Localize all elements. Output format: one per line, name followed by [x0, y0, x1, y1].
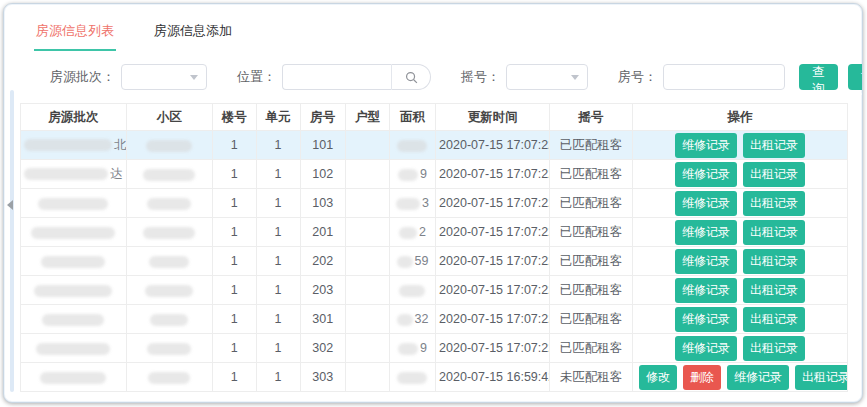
cell-community [126, 363, 212, 392]
redacted-text-fragment: 2 [419, 225, 426, 239]
cell-lottery-status: 已匹配租客 [550, 334, 633, 363]
rent-button[interactable]: 出租记录 [743, 133, 805, 158]
cell-lottery-status: 已匹配租客 [550, 247, 633, 276]
redacted-text [398, 343, 418, 355]
rent-button[interactable]: 出租记录 [743, 220, 805, 245]
cell-room: 201 [300, 218, 345, 247]
tab-house-list[interactable]: 房源信息列表 [34, 18, 116, 51]
panel: 房源信息列表 房源信息添加 房源批次： 位置： [18, 12, 852, 402]
table-row[interactable]: 1110332020-07-15 17:07:22已匹配租客维修记录出租记录 [21, 189, 848, 218]
repair-button[interactable]: 维修记录 [675, 162, 737, 187]
repair-button[interactable]: 维修记录 [675, 249, 737, 274]
cell-batch: 北 [21, 131, 127, 160]
cell-unit: 1 [256, 131, 300, 160]
search-icon [405, 71, 418, 84]
rent-button[interactable]: 出租记录 [743, 278, 805, 303]
redacted-text [399, 285, 425, 297]
redacted-text-fragment: 9 [420, 341, 427, 355]
room-input[interactable] [663, 64, 785, 90]
cell-area: 9 [389, 160, 435, 189]
rent-button[interactable]: 出租记录 [743, 162, 805, 187]
repair-button[interactable]: 维修记录 [675, 307, 737, 332]
repair-button[interactable]: 维修记录 [675, 278, 737, 303]
cell-lottery-status: 已匹配租客 [550, 305, 633, 334]
rent-button[interactable]: 出租记录 [795, 365, 848, 390]
cell-room: 302 [300, 334, 345, 363]
cell-area [389, 363, 435, 392]
redacted-text [396, 198, 420, 210]
cell-building: 1 [212, 218, 256, 247]
table-row[interactable]: 113032020-07-15 16:59:42未匹配租客修改删除维修记录出租记… [21, 363, 848, 392]
location-input[interactable] [282, 64, 391, 90]
cell-actions: 维修记录出租记录 [632, 305, 847, 334]
redacted-text [397, 372, 427, 384]
batch-select[interactable] [121, 64, 207, 90]
redacted-text [146, 140, 192, 152]
repair-button[interactable]: 维修记录 [675, 133, 737, 158]
cell-actions: 维修记录出租记录 [632, 276, 847, 305]
cell-updated-time: 2020-07-15 17:07:22 [436, 160, 550, 189]
import-button[interactable]: 导入 [848, 64, 864, 90]
cell-actions: 维修记录出租记录 [632, 334, 847, 363]
edit-button[interactable]: 修改 [639, 365, 677, 390]
rent-button[interactable]: 出租记录 [743, 249, 805, 274]
repair-button[interactable]: 维修记录 [675, 336, 737, 361]
cell-area [389, 276, 435, 305]
search-button[interactable]: 查询 [799, 64, 838, 90]
cell-actions: 维修记录出租记录 [632, 247, 847, 276]
redacted-text [36, 343, 110, 355]
table-row[interactable]: 11202592020-07-15 17:07:22已匹配租客维修记录出租记录 [21, 247, 848, 276]
cell-layout [345, 160, 389, 189]
column-header: 户型 [345, 104, 389, 131]
cell-community [126, 160, 212, 189]
cell-building: 1 [212, 189, 256, 218]
cell-building: 1 [212, 160, 256, 189]
cell-unit: 1 [256, 276, 300, 305]
cell-batch [21, 276, 127, 305]
cell-unit: 1 [256, 160, 300, 189]
cell-building: 1 [212, 247, 256, 276]
cell-actions: 维修记录出租记录 [632, 131, 847, 160]
table-row[interactable]: 北111012020-07-15 17:07:22已匹配租客维修记录出租记录 [21, 131, 848, 160]
cell-updated-time: 2020-07-15 17:07:22 [436, 218, 550, 247]
cell-community [126, 218, 212, 247]
column-header: 更新时间 [436, 104, 550, 131]
sidebar-collapse-icon[interactable] [7, 200, 13, 210]
table-row[interactable]: 112032020-07-15 17:07:22已匹配租客维修记录出租记录 [21, 276, 848, 305]
redacted-text [397, 256, 413, 268]
redacted-text-fragment: 北 [114, 138, 126, 152]
cell-batch [21, 334, 127, 363]
cell-unit: 1 [256, 334, 300, 363]
delete-button[interactable]: 删除 [683, 365, 721, 390]
table-row[interactable]: 1130292020-07-15 17:07:22已匹配租客维修记录出租记录 [21, 334, 848, 363]
redacted-text [34, 285, 112, 297]
cell-area: 3 [389, 189, 435, 218]
cell-layout [345, 363, 389, 392]
column-header: 房源批次 [21, 104, 127, 131]
table-row[interactable]: 11301322020-07-15 17:07:22已匹配租客维修记录出租记录 [21, 305, 848, 334]
redacted-text [147, 343, 191, 355]
cell-room: 303 [300, 363, 345, 392]
rent-button[interactable]: 出租记录 [743, 191, 805, 216]
location-filter-group: 位置： [237, 64, 431, 90]
repair-button[interactable]: 维修记录 [675, 191, 737, 216]
rent-button[interactable]: 出租记录 [743, 307, 805, 332]
cell-lottery-status: 已匹配租客 [550, 276, 633, 305]
location-input-group [282, 64, 431, 90]
lottery-select[interactable] [506, 64, 588, 90]
table-row[interactable]: 1120122020-07-15 17:07:22已匹配租客维修记录出租记录 [21, 218, 848, 247]
app-window: 房源信息列表 房源信息添加 房源批次： 位置： [3, 3, 863, 403]
redacted-text [143, 169, 195, 181]
redacted-text [41, 256, 105, 268]
cell-area: 32 [389, 305, 435, 334]
tab-house-add[interactable]: 房源信息添加 [152, 18, 234, 51]
location-search-button[interactable] [391, 64, 431, 90]
repair-button[interactable]: 维修记录 [675, 220, 737, 245]
redacted-text [149, 256, 189, 268]
repair-button[interactable]: 维修记录 [727, 365, 789, 390]
rent-button[interactable]: 出租记录 [743, 336, 805, 361]
cell-unit: 1 [256, 305, 300, 334]
cell-lottery-status: 已匹配租客 [550, 131, 633, 160]
column-header: 面积 [389, 104, 435, 131]
table-row[interactable]: 达1110292020-07-15 17:07:22已匹配租客维修记录出租记录 [21, 160, 848, 189]
